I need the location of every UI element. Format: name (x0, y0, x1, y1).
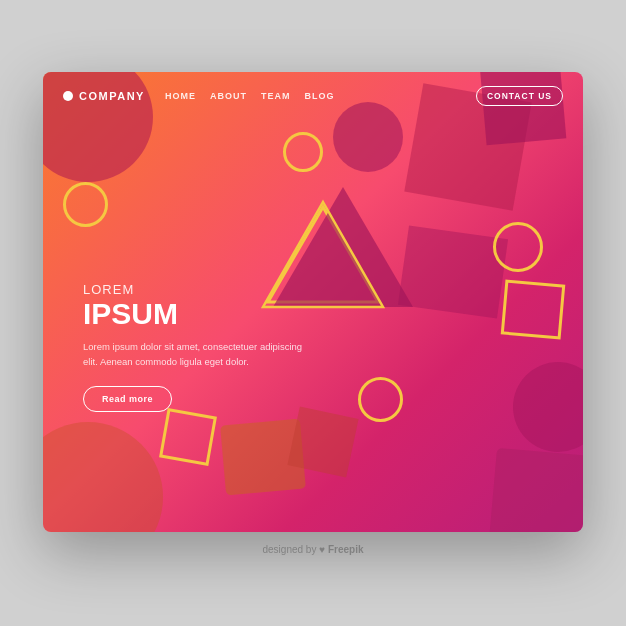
gold-circle-topright (283, 132, 323, 172)
nav-team[interactable]: TEAM (261, 91, 291, 101)
hero-title: IPSUM (83, 299, 303, 329)
nav-links: HOME ABOUT TEAM BLOG (165, 91, 476, 101)
gold-circle-bc (358, 377, 403, 422)
landing-card: COMPANY HOME ABOUT TEAM BLOG CONTACT US … (43, 72, 583, 532)
footer-designed-by: designed by ♥ Freepik (262, 544, 363, 555)
brand: COMPANY (63, 90, 145, 102)
footer: designed by ♥ Freepik (262, 544, 363, 555)
contact-button[interactable]: CONTACT US (476, 86, 563, 106)
brand-dot-icon (63, 91, 73, 101)
page-wrapper: COMPANY HOME ABOUT TEAM BLOG CONTACT US … (0, 0, 626, 626)
gold-square-right (501, 279, 566, 339)
read-more-button[interactable]: Read more (83, 386, 172, 412)
bg-shape-semi-right (513, 362, 583, 452)
hero-content: Lorem IPSUM Lorem ipsum dolor sit amet, … (83, 282, 303, 411)
hero-subtitle: Lorem (83, 282, 303, 297)
hero-description: Lorem ipsum dolor sit amet, consectetuer… (83, 339, 303, 369)
brand-name: COMPANY (79, 90, 145, 102)
nav-blog[interactable]: BLOG (304, 91, 334, 101)
footer-brand: Freepik (328, 544, 364, 555)
navbar: COMPANY HOME ABOUT TEAM BLOG CONTACT US (43, 72, 583, 120)
gold-circle-tl (63, 182, 108, 227)
bg-shape-circle-bl (43, 422, 163, 532)
nav-about[interactable]: ABOUT (210, 91, 247, 101)
bg-shape-rect-right (398, 225, 508, 318)
nav-home[interactable]: HOME (165, 91, 196, 101)
bg-shape-corner-br (489, 447, 583, 531)
gold-square-bl (159, 408, 217, 466)
gold-circle-right (493, 222, 543, 272)
footer-text: designed by (262, 544, 316, 555)
bg-shape-square-bc (287, 406, 358, 477)
